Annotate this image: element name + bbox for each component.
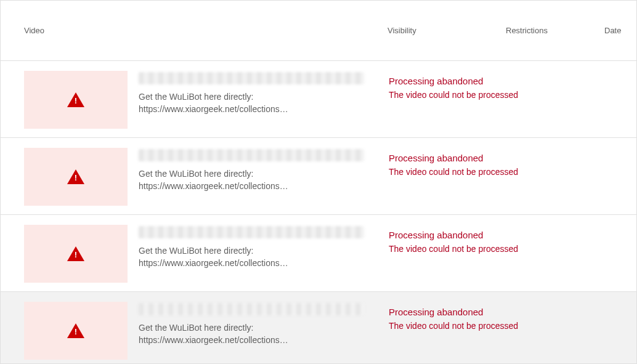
video-thumbnail[interactable] bbox=[24, 225, 128, 283]
video-meta: Get the WuLiBot here directly: https://w… bbox=[128, 148, 364, 206]
column-header-video[interactable]: Video bbox=[24, 26, 387, 35]
video-list-panel: Video Visibility Restrictions Date Get t… bbox=[0, 0, 637, 364]
video-title-redacted bbox=[139, 72, 364, 84]
processing-status: Processing abandoned bbox=[389, 76, 636, 86]
video-title-redacted bbox=[139, 303, 364, 315]
processing-status: Processing abandoned bbox=[389, 153, 636, 163]
table-header: Video Visibility Restrictions Date bbox=[1, 1, 636, 61]
video-meta: Get the WuLiBot here directly: https://w… bbox=[128, 71, 364, 129]
visibility-cell: Processing abandoned The video could not… bbox=[364, 302, 636, 360]
video-thumbnail[interactable] bbox=[24, 302, 128, 360]
table-row[interactable]: Get the WuLiBot here directly: https://w… bbox=[1, 215, 636, 292]
column-header-restrictions[interactable]: Restrictions bbox=[506, 26, 604, 35]
warning-triangle-icon bbox=[67, 92, 84, 107]
visibility-cell: Processing abandoned The video could not… bbox=[364, 71, 636, 129]
video-thumbnail[interactable] bbox=[24, 71, 128, 129]
processing-substatus: The video could not be processed bbox=[389, 321, 636, 331]
processing-substatus: The video could not be processed bbox=[389, 244, 636, 254]
processing-status: Processing abandoned bbox=[389, 307, 636, 317]
video-meta: Get the WuLiBot here directly: https://w… bbox=[128, 225, 364, 283]
warning-triangle-icon bbox=[67, 323, 84, 338]
warning-triangle-icon bbox=[67, 169, 84, 184]
video-title-redacted bbox=[139, 149, 364, 161]
column-header-date[interactable]: Date bbox=[604, 26, 636, 35]
video-title-redacted bbox=[139, 226, 364, 238]
video-thumbnail[interactable] bbox=[24, 148, 128, 206]
visibility-cell: Processing abandoned The video could not… bbox=[364, 148, 636, 206]
video-description: Get the WuLiBot here directly: https://w… bbox=[139, 91, 364, 115]
table-row[interactable]: Get the WuLiBot here directly: https://w… bbox=[1, 138, 636, 215]
video-meta: Get the WuLiBot here directly: https://w… bbox=[128, 302, 364, 360]
processing-substatus: The video could not be processed bbox=[389, 167, 636, 177]
visibility-cell: Processing abandoned The video could not… bbox=[364, 225, 636, 283]
table-row[interactable]: Get the WuLiBot here directly: https://w… bbox=[1, 61, 636, 138]
table-row[interactable]: Get the WuLiBot here directly: https://w… bbox=[1, 292, 636, 364]
processing-status: Processing abandoned bbox=[389, 230, 636, 240]
video-description: Get the WuLiBot here directly: https://w… bbox=[139, 168, 364, 192]
column-header-visibility[interactable]: Visibility bbox=[387, 26, 506, 35]
warning-triangle-icon bbox=[67, 246, 84, 261]
video-description: Get the WuLiBot here directly: https://w… bbox=[139, 245, 364, 269]
processing-substatus: The video could not be processed bbox=[389, 90, 636, 100]
video-description: Get the WuLiBot here directly: https://w… bbox=[139, 322, 364, 346]
